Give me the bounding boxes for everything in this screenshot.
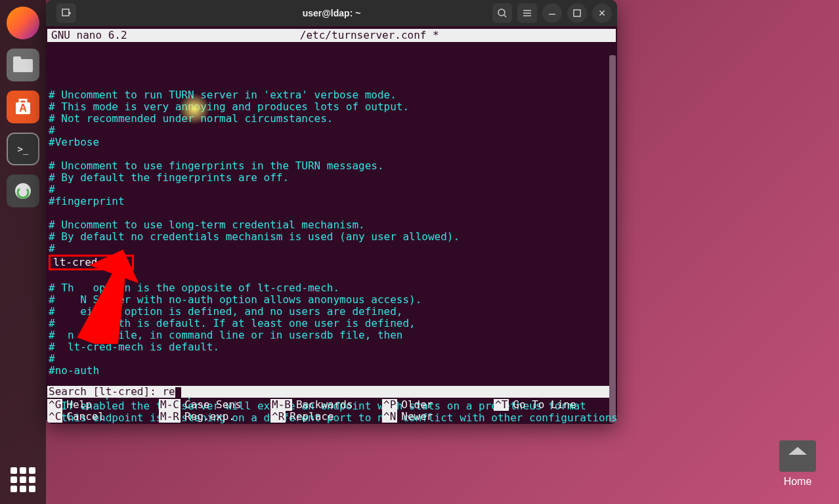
shortcut-label: Help [62,399,92,411]
shortcut-key: ^G [47,399,62,411]
nano-shortcut: ^NNewer [382,411,494,423]
shortcut-key: ^C [47,411,62,423]
dock-firefox-icon[interactable] [7,7,39,39]
new-tab-icon [61,8,72,18]
nano-line: # N Server with no-auth option allows an… [49,294,614,306]
shortcut-key: ^R [270,411,286,423]
nano-line [49,207,614,219]
nano-filename: /etc/turnserver.conf * [300,29,439,42]
shortcut-label: Case Sens [181,399,242,411]
nano-line: # no-auth is default. If at least one us… [49,318,614,329]
nano-line: # [49,243,614,255]
dock: A >_ [0,0,46,504]
nano-line: # lt-cred-mech is default. [49,341,614,353]
nano-version: GNU nano 6.2 [51,29,127,42]
nano-line: # By default no credentials mechanism is… [49,231,614,243]
nano-line: # By default the fingerprints are off. [49,172,614,184]
nano-header: GNU nano 6.2 /etc/turnserver.conf * [47,29,616,42]
nano-shortcut: M-BBackwards [270,399,382,411]
shortcut-label: Replace [286,411,333,423]
shortcut-key: M-C [159,399,181,411]
shortcut-label: Go To Line [509,399,576,411]
terminal-body[interactable]: GNU nano 6.2 /etc/turnserver.conf * # Un… [46,26,617,424]
shortcut-label: Backwards [292,399,353,411]
nano-content: # Uncomment to run TURN server in 'extra… [47,42,616,424]
home-label: Home [779,476,816,488]
search-icon [497,8,507,18]
maximize-button[interactable] [567,3,587,23]
dock-trash-icon[interactable] [7,175,39,207]
close-button[interactable]: × [592,3,612,23]
dock-software-icon[interactable]: A [7,91,39,123]
shortcut-label: Newer [397,411,433,423]
lt-cred-mech-highlight: lt-cred-mech [49,255,134,270]
dock-files-icon[interactable] [7,49,39,81]
titlebar: user@ldap: ~ – × [46,0,617,26]
nano-line: # [49,353,614,365]
nano-search-prompt[interactable]: Search [lt-cred]: re [47,386,609,398]
shortcut-label: Older [397,399,433,411]
nano-line [49,270,614,282]
dock-terminal-icon[interactable]: >_ [7,133,39,165]
svg-point-9 [498,9,505,16]
nano-line: #fingerprint [49,196,614,207]
svg-text:A: A [19,102,27,114]
hamburger-icon [522,8,532,18]
minimize-button[interactable]: – [542,3,562,23]
nano-line: # Uncomment to use fingerprints in the T… [49,160,614,172]
new-tab-button[interactable] [56,3,76,23]
nano-line: # This mode is very annoying and produce… [49,101,614,113]
hamburger-menu-button[interactable] [517,3,537,23]
nano-line: # Uncomment to use long-term credential … [49,219,614,231]
nano-shortcut: M-RReg.exp. [159,411,270,423]
window-title: user@ldap: ~ [303,8,361,18]
home-folder-icon [779,440,816,472]
svg-rect-14 [574,10,580,16]
nano-footer: ^GHelpM-CCase SensM-BBackwards^POlder^TG… [47,399,609,424]
nano-line: # Not recommended under normal circumsta… [49,113,614,125]
nano-highlighted-line: lt-cred-mech [49,255,614,270]
maximize-icon [573,9,581,17]
shortcut-key: M-R [159,411,181,423]
nano-shortcut: ^CCancel [47,411,159,423]
terminal-window: user@ldap: ~ – × GNU nano 6.2 /etc/turns… [46,0,617,424]
nano-shortcut: ^RReplace [270,411,382,423]
nano-shortcut: ^TGo To Line [494,399,605,411]
dock-show-applications-icon[interactable] [11,467,35,492]
desktop-home[interactable]: Home [779,440,816,488]
nano-line: # Uncomment to run TURN server in 'extra… [49,89,614,101]
nano-line: # [49,125,614,136]
nano-line: #no-auth [49,365,614,377]
nano-shortcut: M-CCase Sens [159,399,270,411]
nano-shortcut: ^GHelp [47,399,159,411]
shortcut-label: Reg.exp. [181,411,235,423]
nano-line: #Verbose [49,136,614,148]
shortcut-key: ^N [382,411,397,423]
shortcut-key: ^P [382,399,397,411]
svg-rect-1 [13,56,21,62]
nano-line: # [49,184,614,196]
terminal-prompt-icon: >_ [18,144,29,154]
shortcut-key: M-B [270,399,292,411]
nano-shortcut: ^POlder [382,399,494,411]
svg-line-10 [504,15,506,17]
shortcut-label: Cancel [62,411,104,423]
nano-line: # either option is defined, and no users… [49,306,614,318]
nano-line: # n this file, in command line or in use… [49,329,614,341]
shortcut-key: ^T [494,399,509,411]
nano-line: # Th option is the opposite of lt-cred-m… [49,282,614,294]
svg-rect-6 [62,9,69,16]
nano-line [49,148,614,160]
search-button[interactable] [492,3,512,23]
